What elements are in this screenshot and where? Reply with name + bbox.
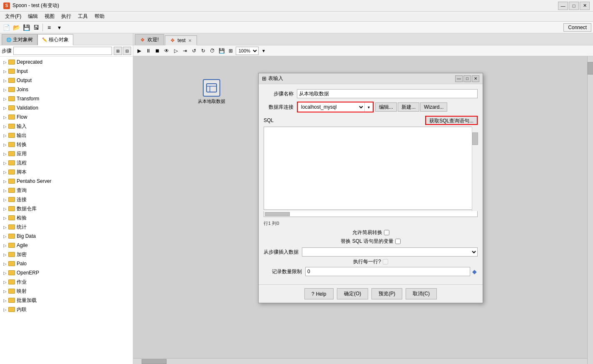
new-file-button[interactable]: 📄 <box>2 23 11 32</box>
tree-item-transform-cn[interactable]: ▷ 转换 <box>0 140 133 149</box>
preview-button-footer[interactable]: 预览(P) <box>371 288 402 299</box>
tree-item-validate-cn[interactable]: ▷ 检验 <box>0 213 133 222</box>
help-button[interactable]: ? Help <box>304 288 334 299</box>
tree-item-stats-cn[interactable]: ▷ 统计 <box>0 222 133 232</box>
layers-button[interactable]: ≡ <box>45 23 54 32</box>
tree-item-query-cn[interactable]: ▷ 查询 <box>0 186 133 195</box>
canvas-area[interactable]: 从本地取数据 ⊞ 表输入 — □ ✕ <box>133 56 593 364</box>
maximize-button[interactable]: □ <box>569 2 579 10</box>
menu-help[interactable]: 帮助 <box>91 12 108 21</box>
tree-item-pentaho[interactable]: ▷ Pentaho Server <box>0 177 133 186</box>
tree-item-flow[interactable]: ▷ Flow <box>0 112 133 122</box>
open-file-button[interactable]: 📂 <box>12 23 21 32</box>
save-canvas-button[interactable]: 💾 <box>217 47 226 55</box>
tree-item-encrypt-cn[interactable]: ▷ 加密 <box>0 250 133 259</box>
close-button[interactable]: ✕ <box>580 2 590 10</box>
zoom-dropdown-button[interactable]: ▾ <box>259 47 268 55</box>
menu-view[interactable]: 视图 <box>41 12 58 21</box>
sql-scrollbar-v[interactable] <box>472 127 478 211</box>
ok-button[interactable]: 确定(O) <box>337 288 368 299</box>
tree-item-input[interactable]: ▷ Input <box>0 67 133 76</box>
dialog-close-button[interactable]: ✕ <box>472 75 479 82</box>
replace-vars-checkbox[interactable] <box>395 239 401 244</box>
tree-item-connect-cn[interactable]: ▷ 连接 <box>0 195 133 204</box>
clock-button[interactable]: ⏱ <box>208 47 217 55</box>
tree-item-script-cn[interactable]: ▷ 脚本 <box>0 167 133 177</box>
tree-item-inline-cn[interactable]: ▷ 内联 <box>0 305 133 314</box>
menu-execute[interactable]: 执行 <box>58 12 75 21</box>
refresh-a-button[interactable]: ↺ <box>190 47 198 55</box>
tree-item-output-cn[interactable]: ▷ 输出 <box>0 131 133 140</box>
from-step-select[interactable] <box>302 247 478 257</box>
connect-button[interactable]: Connect <box>563 23 591 32</box>
tree-item-joins[interactable]: ▷ Joins <box>0 85 133 94</box>
edit-conn-button[interactable]: 编辑... <box>375 102 397 112</box>
tree-item-job-cn[interactable]: ▷ 作业 <box>0 277 133 287</box>
menu-file[interactable]: 文件(F) <box>2 12 25 21</box>
preview-button[interactable]: 👁 <box>162 47 171 55</box>
exec-each-row-checkbox[interactable] <box>383 259 388 264</box>
tree-item-agile[interactable]: ▷ Agile <box>0 241 133 250</box>
exec-each-row-label[interactable]: 执行每一行? <box>353 258 388 265</box>
menu-bar: 文件(F) 编辑 视图 执行 工具 帮助 <box>0 12 593 22</box>
pause-button[interactable]: ⏸ <box>144 47 152 55</box>
menu-tools[interactable]: 工具 <box>75 12 91 21</box>
expand-tree-button[interactable]: ⊞ <box>114 47 122 55</box>
dialog-minimize-button[interactable]: — <box>455 75 463 82</box>
step-name-input[interactable] <box>297 89 478 98</box>
layers-dropdown-button[interactable]: ▾ <box>55 23 64 32</box>
minimize-button[interactable]: — <box>558 2 568 10</box>
save-button[interactable]: 💾 <box>22 23 31 32</box>
tree-item-output[interactable]: ▷ Output <box>0 76 133 85</box>
folder-icon <box>8 133 15 138</box>
tree-item-palo[interactable]: ▷ Palo <box>0 259 133 268</box>
tree-item-dw-cn[interactable]: ▷ 数据仓库 <box>0 204 133 213</box>
step-button[interactable]: ⇥ <box>181 47 189 55</box>
dialog-maximize-button[interactable]: □ <box>463 75 471 82</box>
welcome-tab-icon: ❖ <box>140 37 145 43</box>
tab-welcome[interactable]: ❖ 欢迎! <box>135 34 164 45</box>
tab-test[interactable]: ❖ test ✕ <box>165 35 197 45</box>
test-tab-close[interactable]: ✕ <box>188 38 192 43</box>
tree-item-openerp[interactable]: ▷ OpenERP <box>0 268 133 277</box>
allow-simple-convert-label[interactable]: 允许简易转换 <box>352 229 389 236</box>
sql-textarea[interactable] <box>264 127 478 210</box>
title-bar: S Spoon - test (有变动) — □ ✕ <box>0 0 593 12</box>
zoom-select[interactable]: 100% 75% 50% 150% <box>236 47 259 55</box>
collapse-tree-button[interactable]: ⊟ <box>123 47 131 55</box>
db-connection-select[interactable]: localhost_mysql <box>298 102 364 112</box>
run2-button[interactable]: ▷ <box>172 47 180 55</box>
grid-button[interactable]: ⊞ <box>227 47 235 55</box>
tree-item-mapping-cn[interactable]: ▷ 映射 <box>0 287 133 296</box>
tree-item-validation[interactable]: ▷ Validation <box>0 103 133 112</box>
tree-item-label: Flow <box>17 114 27 120</box>
run-button[interactable]: ▶ <box>135 47 143 55</box>
tab-core-objects[interactable]: ✏️ 核心对象 <box>37 34 73 45</box>
tree-item-bulk-cn[interactable]: ▷ 批量加载 <box>0 296 133 305</box>
new-conn-button[interactable]: 新建... <box>398 102 419 112</box>
tree-item-deprecated[interactable]: ▷ Deprecated <box>0 57 133 67</box>
allow-simple-convert-checkbox[interactable] <box>384 230 389 235</box>
stop-button[interactable]: ⏹ <box>153 47 162 55</box>
tree-item-input-cn[interactable]: ▷ 输入 <box>0 122 133 131</box>
replace-vars-label[interactable]: 替换 SQL 语句里的变量 <box>341 238 400 245</box>
tree-item-bigdata[interactable]: ▷ Big Data <box>0 232 133 241</box>
tab-main-objects[interactable]: 🌐 主对象树 <box>2 34 37 45</box>
cancel-button[interactable]: 取消(C) <box>406 288 437 299</box>
folder-icon <box>8 105 15 110</box>
refresh-b-button[interactable]: ↻ <box>199 47 207 55</box>
expand-icon: ▷ <box>2 160 8 166</box>
folder-icon <box>8 60 15 65</box>
sql-h-thumb[interactable] <box>265 212 290 216</box>
step-search-input[interactable] <box>13 47 112 55</box>
record-limit-input[interactable] <box>305 267 470 276</box>
wizard-conn-button[interactable]: Wizard... <box>420 102 447 112</box>
tree-item-transform[interactable]: ▷ Transform <box>0 94 133 103</box>
tree-item-apply-cn[interactable]: ▷ 应用 <box>0 149 133 158</box>
test-tab-label: test <box>177 37 185 43</box>
folder-icon <box>8 142 15 147</box>
menu-edit[interactable]: 编辑 <box>25 12 41 21</box>
get-sql-button[interactable]: 获取SQL查询语句... <box>425 116 478 125</box>
save-as-button[interactable]: 🖫 <box>32 23 41 32</box>
tree-item-flow-cn[interactable]: ▷ 流程 <box>0 158 133 167</box>
